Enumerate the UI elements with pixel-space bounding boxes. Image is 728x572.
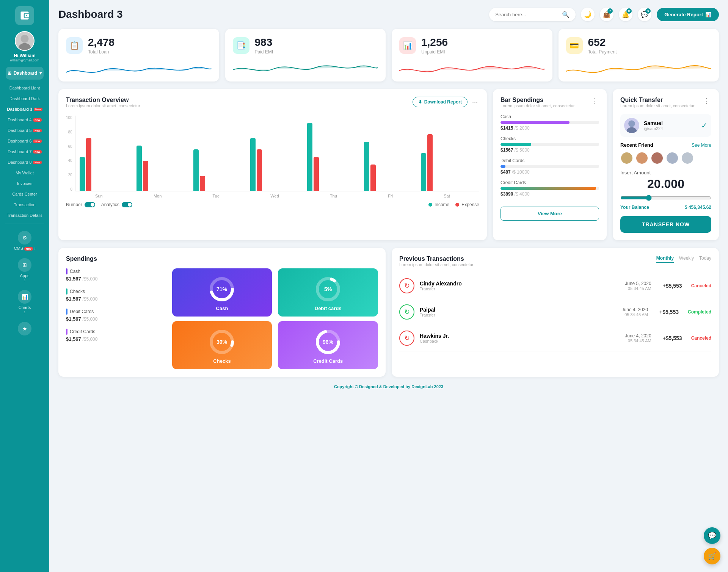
star-icon: ★: [18, 322, 31, 335]
tx-type-hawkins: Cashback: [420, 339, 449, 343]
generate-report-button[interactable]: Generate Report 📊: [657, 8, 719, 21]
notifications-btn[interactable]: 🔔 12: [619, 8, 632, 21]
badge-new-8: New: [33, 161, 41, 164]
support-fab[interactable]: 💬: [704, 527, 720, 544]
cart-fab[interactable]: 🛒: [704, 548, 720, 564]
theme-toggle-btn[interactable]: 🌙: [581, 8, 595, 21]
donut-card-debit[interactable]: 5% Debit cards: [278, 268, 378, 317]
donut-chart-checks: 30%: [209, 329, 235, 355]
sidebar-item-dashboard6[interactable]: Dashboard 6 New: [0, 136, 49, 146]
friend-avatar-2[interactable]: [635, 152, 648, 165]
header: Dashboard 3 🔍 🌙 👜 2 🔔 12 💬 5 Gen: [58, 8, 719, 21]
messages-btn[interactable]: 💬 5: [638, 8, 651, 21]
quick-transfer-more-button[interactable]: ⋮: [701, 97, 711, 105]
sidebar-item-dashboard8[interactable]: Dashboard 8 New: [0, 157, 49, 168]
search-box[interactable]: 🔍: [489, 8, 576, 21]
legend-number: Number: [66, 202, 95, 207]
bar-spendings-more-button[interactable]: ⋮: [589, 97, 599, 105]
spending-credit-amount: $3890 /$ 4000: [500, 191, 599, 197]
sidebar-item-cms[interactable]: ⚙ CMS New ›: [0, 227, 49, 254]
sidebar-item-dashboard4[interactable]: Dashboard 4 New: [0, 114, 49, 125]
transaction-more-button[interactable]: ···: [471, 98, 479, 106]
income-bar-sat: [421, 153, 426, 191]
sidebar-item-dashboard-light[interactable]: Dashboard Light: [0, 83, 49, 93]
expense-bar-sat: [427, 134, 433, 191]
download-report-button[interactable]: ⬇ Download Report: [413, 97, 468, 107]
analytics-toggle[interactable]: [122, 202, 132, 207]
paid-emi-label: Paid EMI: [255, 49, 273, 55]
transaction-overview-card: Transaction Overview Lorem ipsum dolor s…: [58, 89, 487, 240]
legend-income: Income: [428, 202, 449, 207]
tab-monthly[interactable]: Monthly: [656, 255, 674, 263]
sidebar-item-dashboard5[interactable]: Dashboard 5 New: [0, 125, 49, 136]
donut-chart-cash: 71%: [209, 276, 235, 302]
number-toggle[interactable]: [85, 202, 95, 207]
amount-slider[interactable]: [620, 195, 711, 201]
tab-today[interactable]: Today: [699, 255, 711, 263]
sidebar-item-dashboard7[interactable]: Dashboard 7 New: [0, 146, 49, 157]
sidebar-item-dashboard3[interactable]: Dashboard 3 New: [0, 104, 49, 114]
sidebar-divider-1: [5, 224, 44, 224]
sidebar-item-favorites[interactable]: ★: [0, 318, 49, 341]
sidebar-item-cards[interactable]: Cards Center: [0, 189, 49, 199]
chart-y-axis: 100806040200: [66, 116, 75, 191]
stat-card-total-payment: 💳 652 Total Payment: [559, 29, 719, 81]
stat-card-unpaid-emi: 📊 1,256 Unpaid EMI: [392, 29, 552, 81]
donut-card-checks[interactable]: 30% Checks: [172, 321, 272, 369]
view-more-button[interactable]: View More: [500, 207, 599, 221]
wallet-badge: 2: [607, 8, 613, 14]
wallet-btn[interactable]: 👜 2: [600, 8, 613, 21]
notifications-badge: 12: [626, 8, 632, 14]
expense-bar-sun: [86, 138, 91, 191]
income-bar-tue: [193, 149, 199, 191]
donut-card-credit[interactable]: 96% Credit Cards: [278, 321, 378, 369]
transaction-overview-title: Transaction Overview: [66, 97, 140, 103]
expense-bar-mon: [143, 161, 148, 191]
bar-chart-icon: 📊: [705, 12, 711, 17]
bar-group-wed: [250, 138, 305, 191]
tx-status-cindy: Canceled: [691, 283, 711, 288]
qt-check-icon: ✓: [701, 121, 708, 130]
cms-icon: ⚙: [18, 231, 31, 244]
sidebar-item-wallet[interactable]: My Wallet: [0, 168, 49, 178]
transaction-overview-subtitle: Lorem ipsum dolor sit amet, consectetur: [66, 103, 140, 108]
expense-bar-wed: [257, 149, 262, 191]
sidebar-item-transaction[interactable]: Transaction: [0, 199, 49, 210]
stat-card-total-loan: 📋 2,478 Total Loan: [58, 29, 219, 81]
stat-card-paid-emi: 📑 983 Paid EMI: [225, 29, 386, 81]
sidebar-item-dashboard-dark[interactable]: Dashboard Dark: [0, 93, 49, 104]
period-tabs: Monthly Weekly Today: [656, 255, 711, 263]
sidebar-item-invoices[interactable]: Invoices: [0, 178, 49, 189]
expense-dot: [455, 203, 459, 207]
transfer-now-button[interactable]: TRANSFER NOW: [620, 216, 711, 233]
income-bar-fri: [364, 142, 369, 191]
donut-card-cash[interactable]: 71% Cash: [172, 268, 272, 317]
friend-avatar-5[interactable]: [681, 152, 694, 165]
quick-transfer-title: Quick Transfer: [620, 97, 695, 103]
sidebar-item-charts[interactable]: 📊 Charts ›: [0, 286, 49, 318]
prev-tx-subtitle: Lorem ipsum dolor sit amet, consectetur: [399, 262, 474, 267]
search-input[interactable]: [495, 12, 559, 17]
friend-avatar-1[interactable]: [620, 152, 633, 165]
total-payment-value: 652: [588, 36, 617, 49]
bar-group-thu: [307, 123, 362, 191]
friend-avatar-4[interactable]: [666, 152, 679, 165]
donut-column-1: 71% Cash 30% Checks: [172, 268, 272, 369]
bottom-row: Spendings Cash $1,567 /$5,000 Checks $1,…: [58, 248, 719, 377]
badge-new-4: New: [33, 118, 41, 122]
friend-avatar-3[interactable]: [651, 152, 664, 165]
tx-date-paipal: June 4, 2020 05:34:45 AM: [622, 307, 648, 317]
expense-bar-tue: [200, 176, 205, 191]
see-more-link[interactable]: See More: [692, 143, 711, 148]
svg-point-3: [626, 127, 637, 133]
tab-weekly[interactable]: Weekly: [679, 255, 694, 263]
tx-icon-cindy: ↻: [399, 278, 414, 293]
dashboard-btn[interactable]: ⊞ Dashboard ▾: [6, 67, 44, 80]
sidebar-item-apps[interactable]: ⊞ Apps ›: [0, 254, 49, 286]
tx-date-cindy: June 5, 2020 05:34:45 AM: [625, 281, 651, 291]
total-payment-label: Total Payment: [588, 49, 617, 55]
tx-amount-paipal: +$5,553: [659, 309, 679, 315]
spending-row-credit: Credit Cards $3890 /$ 4000: [500, 180, 599, 197]
prev-tx-header: Previous Transactions Lorem ipsum dolor …: [399, 255, 711, 271]
sidebar-item-transaction-details[interactable]: Transaction Details: [0, 210, 49, 221]
